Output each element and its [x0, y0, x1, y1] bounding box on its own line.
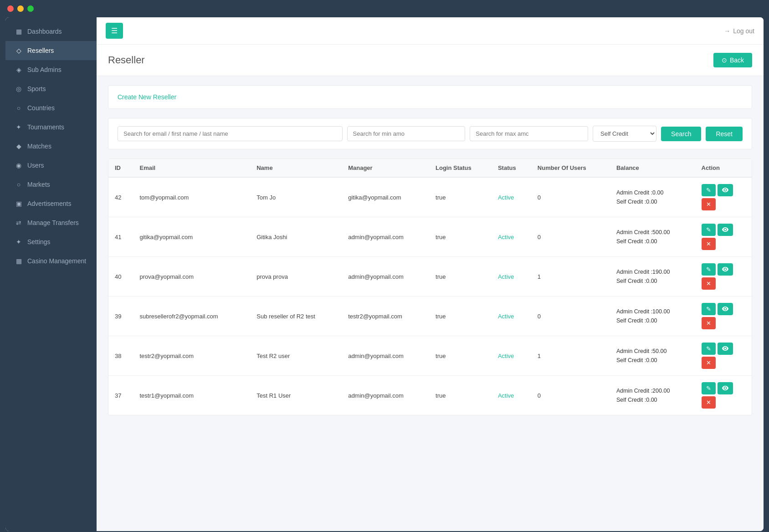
back-label: Back: [730, 56, 744, 64]
cell-manager: admin@yopmail.com: [342, 257, 429, 297]
cell-login-status: true: [429, 376, 492, 415]
col-login-status: Login Status: [429, 159, 492, 177]
cell-balance: Admin Credit :500.00Self Credit :0.00: [610, 217, 695, 257]
cell-login-status: true: [429, 297, 492, 336]
cell-manager: admin@yopmail.com: [342, 376, 429, 415]
table-row: 40 prova@yopmail.com prova prova admin@y…: [108, 257, 752, 297]
chrome-close[interactable]: [7, 5, 14, 12]
cell-manager: admin@yopmail.com: [342, 336, 429, 376]
cell-email: testr1@yopmail.com: [133, 376, 250, 415]
col-status: Status: [492, 159, 531, 177]
sidebar-item-tournaments[interactable]: ✦ Tournaments: [5, 118, 97, 137]
sidebar-item-resellers[interactable]: ◇ Resellers: [5, 41, 97, 60]
matches-icon: ◆: [15, 143, 23, 150]
edit-button[interactable]: ✎: [702, 303, 716, 315]
edit-button[interactable]: ✎: [702, 343, 716, 355]
sidebar-item-label: Tournaments: [27, 123, 64, 131]
logout-button[interactable]: → Log out: [724, 27, 754, 35]
countries-icon: ○: [15, 104, 23, 112]
cell-name: Tom Jo: [250, 177, 342, 217]
cell-balance: Admin Credit :100.00Self Credit :0.00: [610, 297, 695, 336]
cell-id: 42: [108, 177, 133, 217]
cell-balance: Admin Credit :200.00Self Credit :0.00: [610, 376, 695, 415]
back-button[interactable]: ⊙ Back: [713, 53, 752, 67]
cell-num-users: 1: [531, 257, 610, 297]
edit-button[interactable]: ✎: [702, 263, 716, 276]
view-button[interactable]: [718, 224, 733, 236]
cell-email: tom@yopmail.com: [133, 177, 250, 217]
content-area: Create New Reseller Self Credit Admin Cr…: [97, 76, 764, 425]
sidebar-item-label: Resellers: [27, 47, 54, 54]
search-max-amount-input[interactable]: [470, 126, 588, 141]
create-section: Create New Reseller: [108, 85, 752, 109]
chrome-minimize[interactable]: [17, 5, 24, 12]
cell-num-users: 0: [531, 217, 610, 257]
view-button[interactable]: [718, 382, 733, 394]
cell-action: ✎ ✕: [695, 217, 752, 257]
create-new-reseller-link[interactable]: Create New Reseller: [118, 93, 176, 101]
sidebar-item-matches[interactable]: ◆ Matches: [5, 137, 97, 156]
page-header: Reseller ⊙ Back: [97, 45, 764, 76]
main-content: ☰ → Log out Reseller ⊙ Back Create New R…: [97, 17, 764, 531]
delete-button[interactable]: ✕: [702, 317, 716, 329]
casino-icon: ▦: [15, 257, 23, 265]
settings-icon: ✦: [15, 238, 23, 246]
edit-button[interactable]: ✎: [702, 224, 716, 236]
sidebar-item-countries[interactable]: ○ Countries: [5, 98, 97, 118]
tournaments-icon: ✦: [15, 123, 23, 131]
cell-name: Gitika Joshi: [250, 217, 342, 257]
cell-num-users: 0: [531, 177, 610, 217]
sidebar-item-markets[interactable]: ○ Markets: [5, 175, 97, 194]
sidebar-item-users[interactable]: ◉ Users: [5, 156, 97, 175]
cell-action: ✎ ✕: [695, 177, 752, 217]
users-icon: ◉: [15, 162, 23, 169]
sidebar-item-casino-management[interactable]: ▦ Casino Management: [5, 251, 97, 271]
chrome-maximize[interactable]: [27, 5, 34, 12]
sidebar-item-sub-admins[interactable]: ◈ Sub Admins: [5, 60, 97, 79]
cell-login-status: true: [429, 257, 492, 297]
sidebar-item-advertisements[interactable]: ▣ Advertisements: [5, 194, 97, 213]
view-button[interactable]: [718, 184, 733, 196]
view-button[interactable]: [718, 343, 733, 355]
table-row: 38 testr2@yopmail.com Test R2 user admin…: [108, 336, 752, 376]
delete-button[interactable]: ✕: [702, 357, 716, 369]
view-button[interactable]: [718, 263, 733, 276]
cell-id: 41: [108, 217, 133, 257]
cell-balance: Admin Credit :190.00Self Credit :0.00: [610, 257, 695, 297]
sidebar-item-manage-transfers[interactable]: ⇄ Manage Transfers: [5, 213, 97, 232]
manage-transfers-icon: ⇄: [15, 219, 23, 226]
credit-type-select[interactable]: Self Credit Admin Credit: [593, 126, 656, 142]
back-icon: ⊙: [722, 56, 727, 64]
sidebar-item-label: Sports: [27, 85, 46, 92]
cell-email: testr2@yopmail.com: [133, 336, 250, 376]
search-min-amount-input[interactable]: [347, 126, 466, 141]
search-button[interactable]: Search: [661, 127, 701, 141]
sidebar-item-label: Casino Management: [27, 257, 86, 265]
cell-name: prova prova: [250, 257, 342, 297]
sidebar-item-label: Advertisements: [27, 200, 71, 207]
delete-button[interactable]: ✕: [702, 277, 716, 290]
sidebar: ▦ Dashboards ◇ Resellers ◈ Sub Admins ◎ …: [5, 17, 97, 531]
cell-login-status: true: [429, 217, 492, 257]
edit-button[interactable]: ✎: [702, 382, 716, 394]
cell-action: ✎ ✕: [695, 336, 752, 376]
delete-button[interactable]: ✕: [702, 238, 716, 250]
cell-balance: Admin Credit :0.00Self Credit :0.00: [610, 177, 695, 217]
sidebar-item-dashboards[interactable]: ▦ Dashboards: [5, 22, 97, 41]
search-email-input[interactable]: [118, 126, 343, 141]
cell-action: ✎ ✕: [695, 257, 752, 297]
sidebar-item-sports[interactable]: ◎ Sports: [5, 79, 97, 98]
reset-button[interactable]: Reset: [706, 127, 743, 141]
menu-button[interactable]: ☰: [106, 23, 123, 39]
delete-button[interactable]: ✕: [702, 396, 716, 409]
delete-button[interactable]: ✕: [702, 198, 716, 210]
sidebar-item-settings[interactable]: ✦ Settings: [5, 232, 97, 251]
sidebar-item-label: Dashboards: [27, 28, 62, 35]
resellers-icon: ◇: [15, 47, 23, 54]
sidebar-item-label: Settings: [27, 238, 51, 246]
cell-status: Active: [492, 376, 531, 415]
cell-num-users: 0: [531, 376, 610, 415]
cell-id: 37: [108, 376, 133, 415]
view-button[interactable]: [718, 303, 733, 315]
edit-button[interactable]: ✎: [702, 184, 716, 196]
